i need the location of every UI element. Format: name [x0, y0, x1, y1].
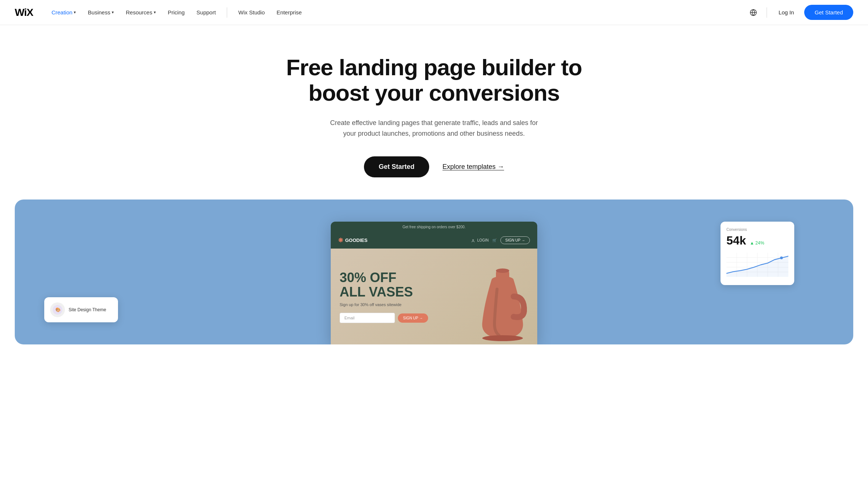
svg-point-19	[780, 257, 783, 259]
hero-section: Free landing page builder to boost your …	[0, 25, 868, 200]
browser-bar: Get free shipping on orders over $200.	[331, 222, 537, 232]
site-design-card: 🎨 Site Design Theme	[44, 297, 118, 322]
nav-wix-studio[interactable]: Wix Studio	[233, 6, 270, 18]
svg-point-8	[482, 335, 523, 341]
svg-point-4	[473, 239, 474, 240]
nav-get-started-button[interactable]: Get Started	[804, 5, 853, 20]
navbar: WiX Creation ▾ Business ▾ Resources ▾ Pr…	[0, 0, 868, 25]
store-email-input[interactable]: Email	[340, 313, 395, 323]
promo-headline: 30% OFF ALL VASES	[340, 270, 469, 299]
store-promo: 30% OFF ALL VASES Sign up for 30% off va…	[340, 270, 469, 323]
globe-icon[interactable]	[747, 7, 759, 18]
nav-business[interactable]: Business ▾	[83, 6, 119, 18]
store-email-row: Email SIGN UP →	[340, 313, 469, 323]
site-design-avatar: 🎨	[50, 302, 65, 317]
nav-resources[interactable]: Resources ▾	[121, 6, 161, 18]
chevron-down-icon: ▾	[154, 10, 156, 15]
store-signup-cta-button[interactable]: SIGN UP →	[398, 313, 428, 323]
chevron-down-icon: ▾	[112, 10, 114, 15]
promo-sub: Sign up for 30% off vases sitewide	[340, 302, 469, 307]
site-design-label: Site Design Theme	[69, 307, 106, 312]
hero-cta-group: Get Started Explore templates →	[283, 156, 585, 177]
store-logo: ❋ GOODIES	[338, 237, 368, 244]
nav-creation[interactable]: Creation ▾	[46, 6, 81, 18]
wix-logo[interactable]: WiX	[15, 7, 33, 18]
conversions-value: 54k	[726, 234, 746, 247]
store-header: ❋ GOODIES LOGIN 🛒 SIGN UP →	[331, 232, 537, 249]
vase-illustration	[477, 260, 528, 333]
store-login-btn[interactable]: LOGIN	[471, 238, 489, 242]
store-nav-right: LOGIN 🛒 SIGN UP →	[471, 236, 530, 244]
conversions-label: Conversions	[726, 228, 788, 232]
conversions-change: ▲ 24%	[750, 240, 764, 246]
svg-point-7	[496, 268, 509, 273]
nav-pricing[interactable]: Pricing	[163, 6, 190, 18]
nav-divider	[227, 7, 227, 18]
hero-explore-templates-button[interactable]: Explore templates →	[442, 163, 504, 171]
nav-links: Creation ▾ Business ▾ Resources ▾ Pricin…	[46, 6, 747, 18]
store-logo-icon: ❋	[338, 237, 343, 244]
login-button[interactable]: Log In	[774, 6, 799, 18]
preview-section: 🎨 Site Design Theme Get free shipping on…	[15, 200, 853, 344]
nav-divider-2	[767, 7, 767, 18]
nav-right: Log In Get Started	[747, 5, 853, 20]
nav-support[interactable]: Support	[191, 6, 221, 18]
conversions-card: Conversions 54k ▲ 24%	[721, 222, 794, 285]
browser-mock: Get free shipping on orders over $200. ❋…	[331, 222, 537, 344]
chevron-down-icon: ▾	[74, 10, 76, 15]
conversions-chart	[726, 252, 788, 278]
hero-get-started-button[interactable]: Get Started	[364, 156, 429, 177]
svg-text:🎨: 🎨	[55, 307, 61, 312]
hero-title: Free landing page builder to boost your …	[283, 55, 585, 106]
store-body: 30% OFF ALL VASES Sign up for 30% off va…	[331, 249, 537, 344]
hero-subtitle: Create effective landing pages that gene…	[327, 118, 541, 139]
store-signup-header-btn[interactable]: SIGN UP →	[500, 236, 530, 244]
nav-enterprise[interactable]: Enterprise	[271, 6, 307, 18]
store-cart-icon[interactable]: 🛒	[492, 238, 497, 242]
conversions-value-row: 54k ▲ 24%	[726, 234, 788, 247]
browser-bar-text: Get free shipping on orders over $200.	[402, 225, 465, 229]
